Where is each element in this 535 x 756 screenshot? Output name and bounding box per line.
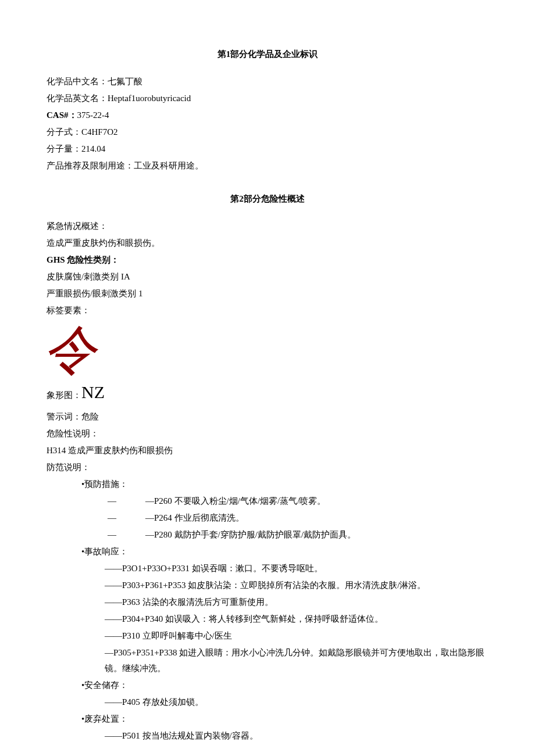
- prevention-item: ——P264 作业后彻底清洗。: [108, 510, 488, 526]
- value: 危险: [81, 412, 99, 421]
- prevention-header: •预防措施：: [81, 476, 488, 492]
- hazard-statement-label: 危险性说明：: [47, 426, 488, 442]
- response-item: ——P310 立即呼叫解毒中心/医生: [105, 628, 488, 644]
- pictogram-line: 象形图： NZ: [47, 377, 488, 408]
- chemical-en-name: 化学品英文名：Heptaf1uorobutyricacid: [47, 91, 488, 106]
- ghs-category-label: GHS 危险性类别：: [47, 252, 488, 268]
- value: 七氟丁酸: [108, 77, 142, 86]
- text: 第: [230, 194, 239, 203]
- molecular-formula: 分子式：C4HF7O2: [47, 124, 488, 140]
- text: 部分化学品及企业标识: [230, 49, 318, 59]
- label: 警示词：: [47, 412, 81, 421]
- emergency-overview-value: 造成严重皮肤灼伤和眼损伤。: [47, 235, 488, 251]
- value: C4HF7O2: [81, 127, 118, 137]
- cas-number: CAS#：375-22-4: [47, 108, 488, 123]
- value: 375-22-4: [77, 110, 109, 120]
- chemical-cn-name: 化学品中文名：七氟丁酸: [47, 74, 488, 89]
- text: 第: [217, 49, 226, 59]
- emergency-overview-label: 紧急情况概述：: [47, 218, 488, 234]
- text: —P264 作业后彻底清洗。: [145, 513, 244, 522]
- hazard-statement-value: H314 造成严重皮肤灼伤和眼损伤: [47, 443, 488, 458]
- storage-item: ——P405 存放处须加锁。: [105, 694, 488, 710]
- value: 214.04: [81, 144, 105, 153]
- response-header: •事故响应：: [81, 544, 488, 560]
- label: 化学品中文名：: [47, 77, 108, 86]
- text: —P280 戴防护手套/穿防护服/戴防护眼罩/戴防护面具。: [145, 530, 356, 539]
- text: 2: [239, 194, 244, 203]
- label-elements: 标签要素：: [47, 303, 488, 318]
- response-item: ——P363 沾染的衣服清洗后方可重新使用。: [105, 594, 488, 610]
- label: 分子式：: [47, 127, 81, 137]
- disposal-item: ——P501 按当地法规处置内装物/容器。: [105, 728, 488, 744]
- response-item: ——P304+P340 如误吸入：将人转移到空气新鲜处，保持呼吸舒适体位。: [105, 611, 488, 627]
- pictogram-area: 令: [47, 324, 488, 377]
- text: 部分危险性概述: [244, 194, 305, 203]
- signal-word: 警示词：危险: [47, 409, 488, 425]
- label: 分子量：: [47, 144, 81, 153]
- section-2-title: 第2部分危险性概述: [47, 191, 488, 207]
- response-item: ——P3O1+P33O+P331 如误吞咽：漱口。不要诱导呕吐。: [105, 561, 488, 576]
- pictogram-icon: 令: [44, 324, 488, 377]
- section-1-title: 第1部分化学品及企业标识: [47, 46, 488, 62]
- recommended-use: 产品推荐及限制用途：工业及科研用途。: [47, 158, 488, 174]
- storage-header: •安全储存：: [81, 678, 488, 693]
- prevention-item: ——P280 戴防护手套/穿防护服/戴防护眼罩/戴防护面具。: [108, 527, 488, 543]
- molecular-weight: 分子量：214.04: [47, 141, 488, 157]
- label: 产品推荐及限制用途：: [47, 161, 134, 170]
- precaution-label: 防范说明：: [47, 460, 488, 475]
- ghs-category-2: 严重眼损伤/眼刺激类别 1: [47, 286, 488, 302]
- value: 工业及科研用途。: [134, 161, 204, 170]
- text: —P260 不要吸入粉尘/烟/气体/烟雾/蒸气/喷雾。: [145, 496, 326, 506]
- response-item-eye: —P305+P351+P338 如进入眼睛：用水小心冲洗几分钟。如戴隐形眼镜并可…: [105, 645, 488, 676]
- label: 化学品英文名：: [47, 94, 108, 103]
- prevention-item: ——P260 不要吸入粉尘/烟/气体/烟雾/蒸气/喷雾。: [108, 493, 488, 509]
- label: 象形图：: [47, 388, 81, 403]
- response-item: ——P303+P361+P353 如皮肤沾染：立即脱掉所有沾染的衣服。用水清洗皮…: [105, 578, 488, 593]
- value: Heptaf1uorobutyricacid: [108, 94, 191, 103]
- ghs-category-1: 皮肤腐蚀/刺激类别 IA: [47, 269, 488, 285]
- label: CAS#：: [47, 110, 77, 120]
- disposal-header: •废弃处置：: [81, 711, 488, 727]
- value: NZ: [81, 377, 105, 408]
